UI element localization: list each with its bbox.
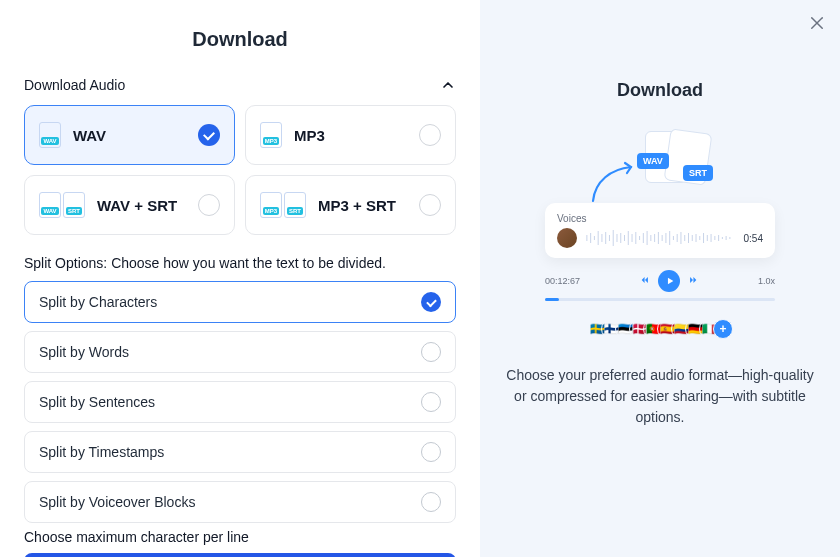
duration-text: 0:54	[744, 233, 763, 244]
more-languages-icon[interactable]: +	[713, 319, 733, 339]
format-label: WAV	[73, 127, 106, 144]
rewind-icon[interactable]	[640, 275, 650, 287]
radio-checked-icon	[421, 292, 441, 312]
close-icon[interactable]	[808, 14, 826, 32]
download-panel: Download Download Audio WAVWAVMP3MP3WAVS…	[0, 0, 480, 557]
forward-icon[interactable]	[688, 275, 698, 287]
play-button[interactable]	[658, 270, 680, 292]
radio-empty-icon	[421, 392, 441, 412]
progress-track[interactable]	[545, 298, 775, 301]
file-icon: WAVSRT	[39, 192, 85, 218]
format-label: WAV + SRT	[97, 197, 177, 214]
download-audio-section-header[interactable]: Download Audio	[24, 77, 456, 93]
radio-checked-icon	[198, 124, 220, 146]
player-row: 00:12:67 1.0x	[545, 270, 775, 292]
waveform-icon	[585, 229, 736, 247]
documents-icon: WAV SRT	[645, 131, 735, 183]
split-options-label: Split Options: Choose how you want the t…	[24, 255, 456, 271]
format-option-wav[interactable]: WAVWAV	[24, 105, 235, 165]
split-option-label: Split by Timestamps	[39, 444, 164, 460]
download-button[interactable]: Download	[24, 553, 456, 557]
download-audio-label: Download Audio	[24, 77, 125, 93]
format-option-wav-srt[interactable]: WAVSRTWAV + SRT	[24, 175, 235, 235]
wav-badge: WAV	[637, 153, 669, 169]
progress-fill	[545, 298, 559, 301]
radio-empty-icon	[419, 124, 441, 146]
voice-card: Voices 0:54	[545, 203, 775, 258]
info-title: Download	[617, 80, 703, 101]
avatar	[557, 228, 577, 248]
voices-label: Voices	[557, 213, 763, 224]
split-option-split-by-sentences[interactable]: Split by Sentences	[24, 381, 456, 423]
format-option-mp3[interactable]: MP3MP3	[245, 105, 456, 165]
split-option-label: Split by Voiceover Blocks	[39, 494, 195, 510]
split-options-list: Split by CharactersSplit by WordsSplit b…	[24, 281, 456, 523]
language-flags: 🇸🇪🇫🇮🇪🇪🇩🇰🇵🇹🇪🇸🇨🇴🇩🇪🇮🇹+	[587, 319, 733, 339]
radio-empty-icon	[421, 342, 441, 362]
split-option-split-by-timestamps[interactable]: Split by Timestamps	[24, 431, 456, 473]
split-option-label: Split by Sentences	[39, 394, 155, 410]
playback-speed: 1.0x	[758, 276, 775, 286]
file-icon: MP3	[260, 122, 282, 148]
chevron-up-icon	[440, 77, 456, 93]
split-option-split-by-characters[interactable]: Split by Characters	[24, 281, 456, 323]
panel-title: Download	[24, 28, 456, 51]
info-panel: Download WAV SRT Voices	[480, 0, 840, 557]
file-icon: MP3SRT	[260, 192, 306, 218]
helper-text: Choose maximum character per line	[24, 529, 456, 545]
radio-empty-icon	[419, 194, 441, 216]
radio-empty-icon	[198, 194, 220, 216]
split-option-split-by-voiceover-blocks[interactable]: Split by Voiceover Blocks	[24, 481, 456, 523]
player-controls	[640, 270, 698, 292]
format-grid: WAVWAVMP3MP3WAVSRTWAV + SRTMP3SRTMP3 + S…	[24, 105, 456, 235]
info-description: Choose your preferred audio format—high-…	[500, 365, 820, 428]
format-option-mp3-srt[interactable]: MP3SRTMP3 + SRT	[245, 175, 456, 235]
format-label: MP3 + SRT	[318, 197, 396, 214]
split-option-label: Split by Characters	[39, 294, 157, 310]
file-icon: WAV	[39, 122, 61, 148]
split-option-label: Split by Words	[39, 344, 129, 360]
illustration: WAV SRT Voices 0:54	[520, 131, 800, 339]
srt-badge: SRT	[683, 165, 713, 181]
time-elapsed: 00:12:67	[545, 276, 580, 286]
split-option-split-by-words[interactable]: Split by Words	[24, 331, 456, 373]
format-label: MP3	[294, 127, 325, 144]
radio-empty-icon	[421, 492, 441, 512]
radio-empty-icon	[421, 442, 441, 462]
curved-arrow-icon	[587, 161, 637, 207]
